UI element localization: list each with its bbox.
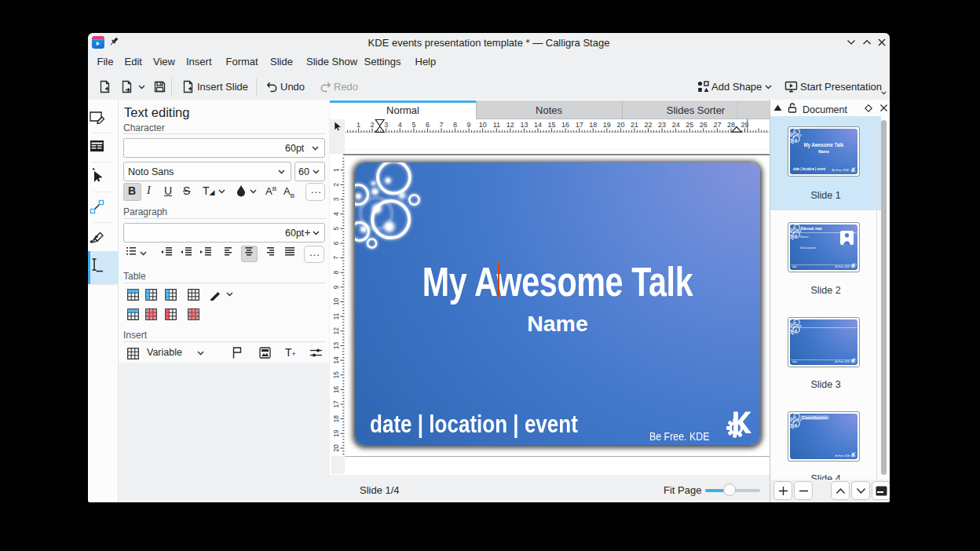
svg-text:25: 25 (686, 121, 693, 129)
svg-text:9: 9 (467, 121, 471, 129)
svg-text:22: 22 (644, 121, 652, 129)
svg-text:1: 1 (357, 121, 360, 129)
svg-text:2: 2 (371, 121, 375, 129)
svg-text:23: 23 (658, 121, 666, 129)
svg-text:19: 19 (603, 121, 611, 129)
svg-text:24: 24 (672, 121, 680, 129)
svg-text:5: 5 (332, 226, 340, 230)
svg-text:14: 14 (332, 356, 340, 364)
svg-text:4: 4 (332, 211, 340, 215)
svg-text:26: 26 (700, 121, 708, 129)
svg-text:13: 13 (332, 341, 340, 349)
svg-text:18: 18 (332, 414, 340, 422)
svg-text:12: 12 (332, 327, 340, 334)
svg-text:5: 5 (411, 121, 415, 129)
svg-text:4: 4 (398, 121, 402, 129)
svg-text:10: 10 (479, 121, 487, 129)
svg-text:8: 8 (332, 270, 340, 274)
svg-text:11: 11 (332, 312, 340, 319)
svg-text:1: 1 (332, 168, 340, 172)
svg-text:3: 3 (332, 197, 340, 201)
svg-text:6: 6 (426, 121, 430, 129)
svg-text:16: 16 (561, 121, 569, 129)
svg-text:19: 19 (332, 429, 340, 437)
svg-text:9: 9 (332, 285, 340, 289)
svg-text:20: 20 (332, 444, 340, 452)
svg-text:21: 21 (631, 121, 638, 129)
svg-text:17: 17 (332, 400, 340, 408)
svg-text:10: 10 (332, 297, 340, 305)
svg-text:15: 15 (548, 121, 556, 129)
svg-text:2: 2 (332, 182, 340, 186)
svg-text:3: 3 (384, 121, 388, 129)
svg-text:6: 6 (332, 241, 340, 245)
svg-text:11: 11 (493, 121, 500, 129)
svg-text:7: 7 (439, 121, 443, 129)
svg-text:8: 8 (453, 121, 457, 129)
svg-text:27: 27 (713, 121, 721, 129)
svg-text:14: 14 (534, 121, 542, 129)
svg-text:17: 17 (576, 121, 583, 129)
svg-text:13: 13 (520, 121, 528, 129)
svg-text:15: 15 (332, 370, 340, 378)
svg-text:18: 18 (589, 121, 597, 129)
svg-text:12: 12 (506, 121, 514, 129)
svg-text:16: 16 (332, 385, 340, 393)
svg-text:28: 28 (727, 121, 735, 129)
svg-text:20: 20 (616, 121, 624, 129)
svg-text:7: 7 (332, 255, 340, 259)
